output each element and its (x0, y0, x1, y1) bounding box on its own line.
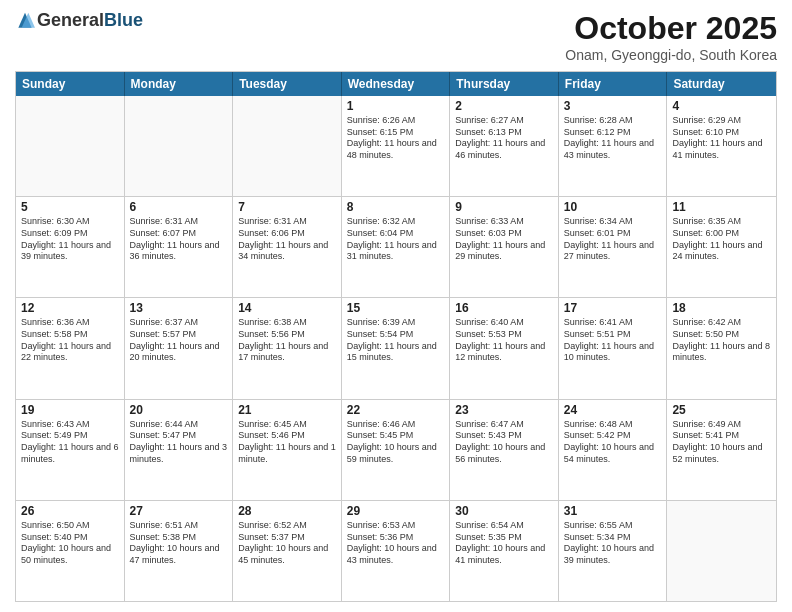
calendar-row: 19Sunrise: 6:43 AM Sunset: 5:49 PM Dayli… (16, 400, 776, 501)
day-cell-28: 28Sunrise: 6:52 AM Sunset: 5:37 PM Dayli… (233, 501, 342, 601)
calendar-body: 1Sunrise: 6:26 AM Sunset: 6:15 PM Daylig… (16, 96, 776, 601)
day-number: 21 (238, 403, 336, 417)
day-info: Sunrise: 6:44 AM Sunset: 5:47 PM Dayligh… (130, 419, 228, 466)
day-cell-5: 5Sunrise: 6:30 AM Sunset: 6:09 PM Daylig… (16, 197, 125, 297)
day-info: Sunrise: 6:52 AM Sunset: 5:37 PM Dayligh… (238, 520, 336, 567)
day-info: Sunrise: 6:55 AM Sunset: 5:34 PM Dayligh… (564, 520, 662, 567)
day-info: Sunrise: 6:40 AM Sunset: 5:53 PM Dayligh… (455, 317, 553, 364)
day-number: 3 (564, 99, 662, 113)
day-info: Sunrise: 6:34 AM Sunset: 6:01 PM Dayligh… (564, 216, 662, 263)
day-number: 26 (21, 504, 119, 518)
day-info: Sunrise: 6:42 AM Sunset: 5:50 PM Dayligh… (672, 317, 771, 364)
day-info: Sunrise: 6:31 AM Sunset: 6:07 PM Dayligh… (130, 216, 228, 263)
day-info: Sunrise: 6:39 AM Sunset: 5:54 PM Dayligh… (347, 317, 445, 364)
day-number: 7 (238, 200, 336, 214)
day-cell-31: 31Sunrise: 6:55 AM Sunset: 5:34 PM Dayli… (559, 501, 668, 601)
day-cell-27: 27Sunrise: 6:51 AM Sunset: 5:38 PM Dayli… (125, 501, 234, 601)
day-number: 2 (455, 99, 553, 113)
day-cell-1: 1Sunrise: 6:26 AM Sunset: 6:15 PM Daylig… (342, 96, 451, 196)
day-number: 30 (455, 504, 553, 518)
calendar-header: Sunday Monday Tuesday Wednesday Thursday… (16, 72, 776, 96)
day-number: 18 (672, 301, 771, 315)
day-info: Sunrise: 6:27 AM Sunset: 6:13 PM Dayligh… (455, 115, 553, 162)
day-info: Sunrise: 6:49 AM Sunset: 5:41 PM Dayligh… (672, 419, 771, 466)
day-info: Sunrise: 6:48 AM Sunset: 5:42 PM Dayligh… (564, 419, 662, 466)
subtitle: Onam, Gyeonggi-do, South Korea (565, 47, 777, 63)
day-info: Sunrise: 6:43 AM Sunset: 5:49 PM Dayligh… (21, 419, 119, 466)
header-tuesday: Tuesday (233, 72, 342, 96)
empty-cell (125, 96, 234, 196)
day-info: Sunrise: 6:51 AM Sunset: 5:38 PM Dayligh… (130, 520, 228, 567)
day-number: 24 (564, 403, 662, 417)
logo-text: GeneralBlue (15, 10, 143, 31)
day-cell-30: 30Sunrise: 6:54 AM Sunset: 5:35 PM Dayli… (450, 501, 559, 601)
day-info: Sunrise: 6:28 AM Sunset: 6:12 PM Dayligh… (564, 115, 662, 162)
empty-cell (667, 501, 776, 601)
header-friday: Friday (559, 72, 668, 96)
day-cell-2: 2Sunrise: 6:27 AM Sunset: 6:13 PM Daylig… (450, 96, 559, 196)
page: GeneralBlue October 2025 Onam, Gyeonggi-… (0, 0, 792, 612)
day-number: 19 (21, 403, 119, 417)
day-info: Sunrise: 6:35 AM Sunset: 6:00 PM Dayligh… (672, 216, 771, 263)
day-cell-29: 29Sunrise: 6:53 AM Sunset: 5:36 PM Dayli… (342, 501, 451, 601)
day-info: Sunrise: 6:36 AM Sunset: 5:58 PM Dayligh… (21, 317, 119, 364)
day-number: 14 (238, 301, 336, 315)
header-saturday: Saturday (667, 72, 776, 96)
day-info: Sunrise: 6:33 AM Sunset: 6:03 PM Dayligh… (455, 216, 553, 263)
day-cell-9: 9Sunrise: 6:33 AM Sunset: 6:03 PM Daylig… (450, 197, 559, 297)
day-info: Sunrise: 6:30 AM Sunset: 6:09 PM Dayligh… (21, 216, 119, 263)
day-info: Sunrise: 6:50 AM Sunset: 5:40 PM Dayligh… (21, 520, 119, 567)
logo-icon (15, 11, 35, 31)
day-cell-22: 22Sunrise: 6:46 AM Sunset: 5:45 PM Dayli… (342, 400, 451, 500)
day-number: 29 (347, 504, 445, 518)
day-cell-18: 18Sunrise: 6:42 AM Sunset: 5:50 PM Dayli… (667, 298, 776, 398)
day-info: Sunrise: 6:38 AM Sunset: 5:56 PM Dayligh… (238, 317, 336, 364)
day-info: Sunrise: 6:47 AM Sunset: 5:43 PM Dayligh… (455, 419, 553, 466)
day-cell-7: 7Sunrise: 6:31 AM Sunset: 6:06 PM Daylig… (233, 197, 342, 297)
day-cell-3: 3Sunrise: 6:28 AM Sunset: 6:12 PM Daylig… (559, 96, 668, 196)
day-info: Sunrise: 6:54 AM Sunset: 5:35 PM Dayligh… (455, 520, 553, 567)
day-cell-12: 12Sunrise: 6:36 AM Sunset: 5:58 PM Dayli… (16, 298, 125, 398)
day-number: 11 (672, 200, 771, 214)
day-info: Sunrise: 6:41 AM Sunset: 5:51 PM Dayligh… (564, 317, 662, 364)
day-cell-13: 13Sunrise: 6:37 AM Sunset: 5:57 PM Dayli… (125, 298, 234, 398)
day-number: 23 (455, 403, 553, 417)
day-number: 8 (347, 200, 445, 214)
day-cell-24: 24Sunrise: 6:48 AM Sunset: 5:42 PM Dayli… (559, 400, 668, 500)
day-cell-26: 26Sunrise: 6:50 AM Sunset: 5:40 PM Dayli… (16, 501, 125, 601)
header-wednesday: Wednesday (342, 72, 451, 96)
day-info: Sunrise: 6:31 AM Sunset: 6:06 PM Dayligh… (238, 216, 336, 263)
day-cell-14: 14Sunrise: 6:38 AM Sunset: 5:56 PM Dayli… (233, 298, 342, 398)
day-cell-16: 16Sunrise: 6:40 AM Sunset: 5:53 PM Dayli… (450, 298, 559, 398)
logo-general: General (37, 10, 104, 31)
calendar-row: 12Sunrise: 6:36 AM Sunset: 5:58 PM Dayli… (16, 298, 776, 399)
day-number: 16 (455, 301, 553, 315)
day-number: 12 (21, 301, 119, 315)
day-cell-15: 15Sunrise: 6:39 AM Sunset: 5:54 PM Dayli… (342, 298, 451, 398)
day-number: 25 (672, 403, 771, 417)
day-info: Sunrise: 6:29 AM Sunset: 6:10 PM Dayligh… (672, 115, 771, 162)
calendar-row: 5Sunrise: 6:30 AM Sunset: 6:09 PM Daylig… (16, 197, 776, 298)
day-cell-6: 6Sunrise: 6:31 AM Sunset: 6:07 PM Daylig… (125, 197, 234, 297)
day-cell-23: 23Sunrise: 6:47 AM Sunset: 5:43 PM Dayli… (450, 400, 559, 500)
day-cell-20: 20Sunrise: 6:44 AM Sunset: 5:47 PM Dayli… (125, 400, 234, 500)
day-info: Sunrise: 6:32 AM Sunset: 6:04 PM Dayligh… (347, 216, 445, 263)
empty-cell (16, 96, 125, 196)
day-number: 22 (347, 403, 445, 417)
day-cell-25: 25Sunrise: 6:49 AM Sunset: 5:41 PM Dayli… (667, 400, 776, 500)
day-info: Sunrise: 6:45 AM Sunset: 5:46 PM Dayligh… (238, 419, 336, 466)
header-thursday: Thursday (450, 72, 559, 96)
day-number: 5 (21, 200, 119, 214)
day-info: Sunrise: 6:53 AM Sunset: 5:36 PM Dayligh… (347, 520, 445, 567)
calendar-row: 26Sunrise: 6:50 AM Sunset: 5:40 PM Dayli… (16, 501, 776, 601)
day-number: 17 (564, 301, 662, 315)
day-info: Sunrise: 6:26 AM Sunset: 6:15 PM Dayligh… (347, 115, 445, 162)
day-cell-10: 10Sunrise: 6:34 AM Sunset: 6:01 PM Dayli… (559, 197, 668, 297)
header: GeneralBlue October 2025 Onam, Gyeonggi-… (15, 10, 777, 63)
day-number: 1 (347, 99, 445, 113)
day-number: 4 (672, 99, 771, 113)
day-number: 20 (130, 403, 228, 417)
day-number: 10 (564, 200, 662, 214)
day-number: 27 (130, 504, 228, 518)
day-number: 28 (238, 504, 336, 518)
